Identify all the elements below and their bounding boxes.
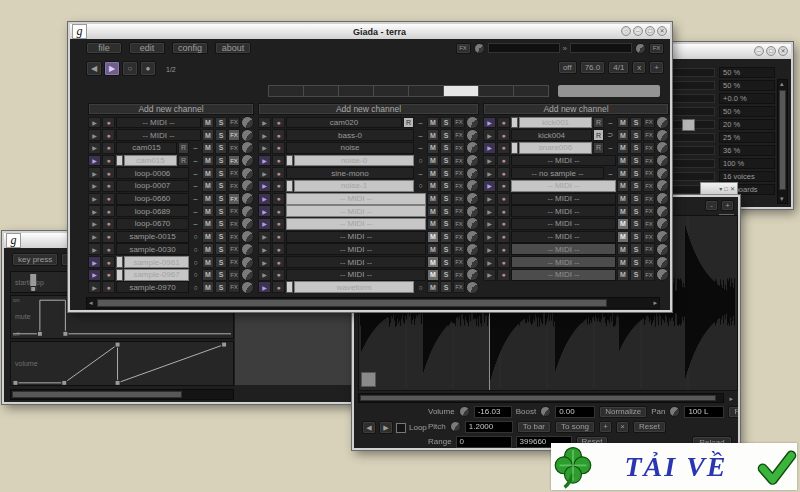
channel-record-icon[interactable]: ● <box>272 193 285 205</box>
channel-record-icon[interactable]: ● <box>272 180 285 192</box>
window-button-✕[interactable]: ✕ <box>657 26 667 36</box>
channel-play-icon[interactable]: ▶ <box>483 193 496 205</box>
mute-button[interactable]: M <box>427 167 439 179</box>
channel-mode-icon[interactable]: ○ <box>190 243 201 255</box>
scrollbar-handle[interactable] <box>12 391 182 398</box>
fx-button[interactable]: FX <box>228 155 240 167</box>
solo-button[interactable]: S <box>630 142 642 154</box>
scrollbar-handle[interactable] <box>97 299 607 307</box>
fx-button[interactable]: FX <box>643 117 655 129</box>
mute-button[interactable]: M <box>617 167 629 179</box>
channel-volume-knob[interactable] <box>656 167 669 179</box>
channel-record-icon[interactable]: ● <box>497 218 510 230</box>
channel-volume-knob[interactable] <box>656 243 669 255</box>
channel-record-icon[interactable]: ● <box>102 180 115 192</box>
config-value[interactable]: 100 % <box>719 158 775 169</box>
channel-record-icon[interactable]: ● <box>497 167 510 179</box>
channel-play-icon[interactable]: ▶ <box>88 256 101 268</box>
config-value[interactable]: 20 % <box>719 119 775 130</box>
channel-mode-icon[interactable]: – <box>190 218 201 230</box>
channel-mode-icon[interactable]: ○ <box>415 155 426 167</box>
channel-record-icon[interactable]: ● <box>102 155 115 167</box>
config-value[interactable]: +0.0 % <box>719 93 775 104</box>
channel-volume-knob[interactable] <box>241 231 254 243</box>
channel-name[interactable]: sample-0970 <box>116 281 189 293</box>
channel-record-icon[interactable]: ● <box>102 231 115 243</box>
fx-button[interactable]: FX <box>453 193 465 205</box>
channel-name[interactable]: -- MIDI -- <box>286 256 426 268</box>
channel-mode-icon[interactable]: ○ <box>190 256 201 268</box>
fx-button[interactable]: FX <box>228 129 240 141</box>
channel-play-icon[interactable]: ▶ <box>483 243 496 255</box>
solo-button[interactable]: S <box>440 180 452 192</box>
menu-config[interactable]: config <box>172 42 208 54</box>
channel-volume-knob[interactable] <box>466 205 479 217</box>
fx-button[interactable]: FX <box>453 155 465 167</box>
mute-button[interactable]: M <box>427 180 439 192</box>
channel-name[interactable]: -- MIDI -- <box>511 205 616 217</box>
record-action-button[interactable]: ○ <box>122 61 138 76</box>
channel-record-icon[interactable]: ● <box>497 205 510 217</box>
solo-button[interactable]: S <box>440 117 452 129</box>
channel-play-icon[interactable]: ▶ <box>88 167 101 179</box>
fx-button[interactable]: FX <box>453 205 465 217</box>
mute-button[interactable]: M <box>617 129 629 141</box>
fx-button[interactable]: FX <box>643 167 655 179</box>
channel-play-icon[interactable]: ▶ <box>88 155 101 167</box>
channel-record-icon[interactable]: ● <box>102 142 115 154</box>
fx-button[interactable]: FX <box>228 231 240 243</box>
config-titlebar[interactable]: –□✕ <box>660 44 791 60</box>
fx-button[interactable]: FX <box>453 269 465 281</box>
channel-play-icon[interactable]: ▶ <box>258 231 271 243</box>
next-sample-button[interactable]: ▶ <box>379 421 393 434</box>
scroll-down-icon[interactable]: ▾ <box>780 194 784 204</box>
waveform-scrollbar[interactable] <box>358 393 724 403</box>
channel-play-icon[interactable]: ▶ <box>483 256 496 268</box>
solo-button[interactable]: S <box>440 243 452 255</box>
mute-button[interactable]: M <box>202 231 214 243</box>
channel-volume-knob[interactable] <box>656 231 669 243</box>
channel-volume-knob[interactable] <box>656 155 669 167</box>
channel-play-icon[interactable]: ▶ <box>258 142 271 154</box>
channel-record-icon[interactable]: ● <box>497 155 510 167</box>
popup-button-✕[interactable]: ✕ <box>730 184 735 194</box>
channel-mode-icon[interactable]: – <box>415 167 426 179</box>
scrollbar-handle[interactable] <box>360 395 716 401</box>
seq-button-1[interactable]: 76.0 <box>580 61 606 74</box>
channel-mode-icon[interactable]: ○ <box>190 269 201 281</box>
channel-name[interactable]: loop-0006 <box>116 167 189 179</box>
master-in-volume-knob[interactable] <box>474 43 485 54</box>
solo-button[interactable]: S <box>215 205 227 217</box>
quantizer-label[interactable]: 1/2 <box>166 66 176 73</box>
master-out-volume-knob[interactable] <box>635 43 646 54</box>
fx-button[interactable]: FX <box>643 269 655 281</box>
mute-button[interactable]: M <box>202 243 214 255</box>
solo-button[interactable]: S <box>630 155 642 167</box>
channel-volume-knob[interactable] <box>241 243 254 255</box>
mute-button[interactable]: M <box>202 142 214 154</box>
solo-button[interactable]: S <box>630 243 642 255</box>
window-button-□[interactable]: □ <box>645 26 655 36</box>
channel-record-icon[interactable]: ● <box>272 218 285 230</box>
fx-button[interactable]: FX <box>228 180 240 192</box>
channel-record-icon[interactable]: ● <box>102 129 115 141</box>
range-start-input[interactable]: 0 <box>456 436 512 448</box>
mute-button[interactable]: M <box>202 269 214 281</box>
config-scrollbar[interactable]: ▴ ▾ <box>777 79 788 204</box>
channel-name[interactable]: -- MIDI -- <box>511 180 616 192</box>
fx-button[interactable]: FX <box>643 193 655 205</box>
fx-button[interactable]: FX <box>228 193 240 205</box>
mute-button[interactable]: M <box>202 129 214 141</box>
channel-mode-icon[interactable]: ○ <box>190 231 201 243</box>
volume-input[interactable]: -16.03 <box>474 406 512 418</box>
solo-button[interactable]: S <box>215 269 227 281</box>
pitch-input[interactable]: 1.2000 <box>465 421 513 433</box>
mute-button[interactable]: M <box>202 117 214 129</box>
solo-button[interactable]: S <box>440 256 452 268</box>
channel-volume-knob[interactable] <box>656 129 669 141</box>
fx-button[interactable]: FX <box>453 129 465 141</box>
fx-button[interactable]: FX <box>228 281 240 293</box>
channel-play-icon[interactable]: ▶ <box>258 167 271 179</box>
mute-button[interactable]: M <box>427 243 439 255</box>
solo-button[interactable]: S <box>215 129 227 141</box>
